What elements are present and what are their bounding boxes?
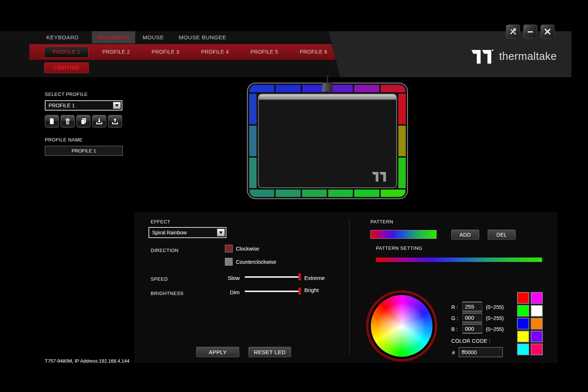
profile-select[interactable]: PROFILE 1 (45, 100, 122, 111)
profile-select-value: PROFILE 1 (49, 103, 75, 108)
color-swatch[interactable] (531, 305, 543, 317)
r-input[interactable] (462, 302, 482, 312)
counterclockwise-label: Counterclockwise (236, 258, 276, 266)
led-segment (276, 85, 300, 92)
led-strip-right (398, 94, 406, 188)
chevron-down-icon (115, 104, 119, 107)
speed-slider[interactable] (245, 273, 300, 280)
tab-keyboard[interactable]: KEYBOARD (43, 31, 82, 43)
led-segment (398, 94, 406, 124)
color-swatch[interactable] (531, 344, 543, 355)
b-range-hint: (0~255) (486, 326, 504, 332)
reset-led-button[interactable]: RESET LED (248, 347, 291, 357)
export-profile-button[interactable] (108, 115, 122, 127)
pattern-setting-label: PATTERN SETTING (376, 245, 422, 251)
brightness-slider-track[interactable] (245, 291, 300, 292)
brightness-max-label: Bright (304, 287, 319, 293)
color-swatch[interactable] (517, 292, 529, 304)
copy-icon (80, 118, 87, 125)
new-profile-button[interactable] (45, 115, 59, 127)
color-swatch[interactable] (517, 305, 529, 317)
color-swatch[interactable] (531, 292, 543, 304)
profile-tab-1[interactable]: PROFILE 1 (44, 46, 89, 58)
delete-profile-button[interactable] (61, 115, 75, 127)
window-controls (506, 25, 555, 39)
color-swatch[interactable] (531, 331, 543, 342)
pattern-preview[interactable] (370, 230, 437, 239)
close-button[interactable] (541, 25, 555, 39)
r-range-hint: (0~255) (486, 304, 504, 310)
speed-min-label: Slow (220, 275, 240, 281)
color-swatch[interactable] (531, 318, 543, 330)
speed-label: SPEED (151, 276, 168, 282)
led-segment (250, 190, 274, 197)
b-input[interactable] (462, 324, 482, 334)
pad-surface (258, 94, 397, 188)
del-button[interactable]: DEL (488, 230, 516, 240)
brightness-label: BRIGHTNESS (151, 291, 184, 296)
chevron-down-icon (219, 231, 223, 234)
pattern-setting-bar[interactable] (376, 258, 542, 262)
g-range-hint: (0~255) (486, 315, 504, 321)
copy-profile-button[interactable] (76, 115, 90, 127)
minimize-button[interactable] (523, 25, 537, 39)
color-code-input[interactable] (459, 347, 503, 357)
panel-divider (349, 220, 349, 355)
brightness-min-label: Dim (220, 289, 240, 295)
trash-icon (64, 118, 71, 125)
color-swatch[interactable] (517, 331, 529, 342)
color-swatch[interactable] (517, 344, 529, 355)
profile-name-input[interactable] (45, 146, 123, 156)
profile-tab-2[interactable]: PROFILE 2 (94, 44, 138, 60)
led-segment (398, 126, 406, 156)
speed-slider-track[interactable] (245, 276, 300, 278)
select-profile-label: SELECT PROFILE (45, 91, 88, 97)
profile-tab-6[interactable]: PROFILE 6 (291, 44, 336, 60)
speed-max-label: Extreme (304, 275, 325, 281)
status-text: T757-9480M, IP Address:192.168.4.144 (45, 358, 129, 364)
direction-label: DIRECTION (151, 248, 179, 253)
led-segment (398, 158, 406, 188)
new-profile-icon (48, 118, 55, 125)
color-wheel[interactable] (366, 290, 437, 362)
app-window: thermaltake KEYBOARD MOUSEPAD MOUSE MOUS… (0, 0, 588, 392)
lighting-tab[interactable]: LIGHTING (44, 62, 89, 73)
cable-connector (322, 83, 333, 91)
tab-mousepad[interactable]: MOUSEPAD (92, 31, 135, 43)
profile-tab-4[interactable]: PROFILE 4 (193, 44, 237, 60)
color-code-label: COLOR CODE : (451, 338, 491, 344)
effect-select[interactable]: Spiral Rainbow (148, 227, 226, 238)
color-swatches (517, 292, 543, 355)
profile-tab-5[interactable]: PROFILE 5 (242, 44, 286, 60)
g-input[interactable] (462, 313, 482, 323)
speed-slider-handle[interactable] (298, 273, 301, 280)
r-label: R : (451, 304, 458, 310)
clockwise-checkbox[interactable] (225, 245, 233, 252)
clockwise-label: Clockwise (236, 245, 259, 253)
settings-button[interactable] (506, 25, 520, 39)
effect-label: EFFECT (151, 219, 171, 224)
close-icon (544, 28, 552, 36)
led-segment (354, 85, 379, 92)
brightness-slider-handle[interactable] (298, 288, 301, 295)
import-profile-button[interactable] (92, 115, 106, 127)
profile-select-arrow-button[interactable] (113, 102, 121, 109)
effect-select-arrow-button[interactable] (217, 229, 225, 237)
color-swatch[interactable] (517, 318, 529, 330)
led-segment (302, 190, 327, 197)
brand-wordmark: thermaltake (499, 50, 557, 62)
tab-mouse[interactable]: MOUSE (140, 31, 166, 43)
pattern-setting-gradient (376, 258, 542, 262)
apply-button[interactable]: APPLY (196, 347, 239, 357)
led-segment (381, 85, 405, 92)
brand: thermaltake (472, 48, 557, 65)
pad-top-bar (259, 94, 396, 100)
color-wheel-hue-disc[interactable] (371, 295, 433, 357)
counterclockwise-checkbox[interactable] (225, 258, 233, 266)
brightness-slider[interactable] (245, 288, 300, 295)
led-segment (354, 190, 379, 197)
tab-mouse-bungee[interactable]: MOUSE BUNGEE (178, 31, 227, 43)
profile-tab-3[interactable]: PROFILE 3 (143, 44, 187, 60)
add-button[interactable]: ADD (451, 230, 479, 240)
led-segment (328, 190, 353, 197)
